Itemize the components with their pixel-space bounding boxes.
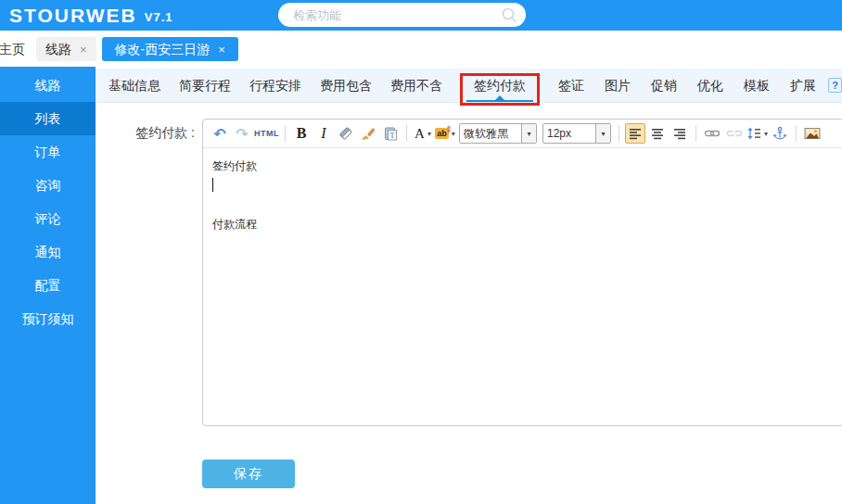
text-cursor bbox=[212, 178, 213, 192]
tab-promotion[interactable]: 促销 bbox=[641, 69, 687, 102]
wintab-edit-xian-tour[interactable]: 修改-西安三日游× bbox=[102, 37, 238, 61]
html-source-button[interactable]: HTML bbox=[254, 123, 279, 144]
paste-as-text-icon[interactable]: T bbox=[380, 123, 401, 144]
module-tab-bar: 基础信息 简要行程 行程安排 费用包含 费用不含 签约付款 签证 图片 促销 优… bbox=[96, 69, 842, 103]
sidebar-item-settings[interactable]: 配置 bbox=[0, 269, 96, 302]
toolbar-divider bbox=[285, 125, 286, 142]
chevron-down-icon: ▾ bbox=[521, 124, 536, 143]
search-icon[interactable] bbox=[501, 6, 517, 23]
richtext-editor: ↶ ↷ HTML B I T A▾ ab✎▾ 微软雅黑▾ 12p bbox=[202, 119, 842, 426]
search-input[interactable] bbox=[291, 7, 501, 23]
save-button[interactable]: 保存 bbox=[202, 460, 295, 488]
line-height-button[interactable]: ▾ bbox=[746, 123, 768, 144]
tab-brief-itinerary[interactable]: 简要行程 bbox=[170, 69, 240, 102]
global-search[interactable] bbox=[278, 3, 526, 27]
tab-label: 签约付款 bbox=[474, 78, 526, 93]
sidebar-item-orders[interactable]: 订单 bbox=[0, 135, 96, 169]
insert-image-icon[interactable] bbox=[802, 123, 823, 144]
sidebar-item-lines[interactable]: 线路 bbox=[0, 69, 96, 102]
topbar: STOURWEBV7.1 bbox=[0, 0, 842, 31]
highlight-label: ab✎ bbox=[435, 128, 449, 139]
toolbar-divider bbox=[796, 125, 797, 142]
help-icon[interactable]: ? bbox=[828, 78, 842, 93]
tab-itinerary-arrangement[interactable]: 行程安排 bbox=[240, 69, 311, 102]
editor-line: 签约付款 bbox=[212, 157, 834, 176]
align-center-button[interactable] bbox=[647, 123, 668, 144]
eraser-icon[interactable] bbox=[336, 123, 356, 144]
font-color-label: A bbox=[415, 126, 425, 142]
anchor-icon[interactable] bbox=[770, 123, 790, 144]
insert-link-icon[interactable] bbox=[702, 123, 722, 144]
highlight-color-button[interactable]: ab✎▾ bbox=[435, 123, 455, 144]
wintab-label: 修改-西安三日游 bbox=[115, 42, 210, 57]
wintab-label: 线路 bbox=[45, 42, 71, 57]
editor-toolbar: ↶ ↷ HTML B I T A▾ ab✎▾ 微软雅黑▾ 12p bbox=[203, 120, 842, 148]
tab-contract-payment[interactable]: 签约付款 bbox=[465, 69, 535, 102]
wintab-label: 主页 bbox=[0, 42, 25, 57]
chevron-down-icon: ▾ bbox=[764, 130, 768, 138]
tab-basic-info[interactable]: 基础信息 bbox=[99, 69, 170, 102]
toolbar-divider bbox=[406, 125, 407, 142]
active-tab-underline bbox=[466, 100, 533, 102]
align-left-button[interactable] bbox=[625, 123, 645, 144]
undo-icon[interactable]: ↶ bbox=[210, 123, 230, 144]
editor-content[interactable]: 签约付款 付款流程 bbox=[203, 148, 842, 243]
bold-button[interactable]: B bbox=[291, 123, 312, 144]
app-logo: STOURWEBV7.1 bbox=[9, 0, 172, 31]
tab-visa[interactable]: 签证 bbox=[548, 69, 594, 102]
sidebar-item-comments[interactable]: 评论 bbox=[0, 202, 96, 235]
svg-text:T: T bbox=[390, 132, 395, 140]
tab-images[interactable]: 图片 bbox=[594, 69, 641, 102]
format-brush-icon[interactable] bbox=[358, 123, 378, 144]
font-size-value: 12px bbox=[543, 127, 595, 140]
field-label-contract-payment: 签约付款 : bbox=[96, 123, 195, 142]
wintab-home[interactable]: 主页 bbox=[0, 37, 31, 61]
logo-text: STOURWEB bbox=[9, 5, 137, 26]
tab-fee-excluded[interactable]: 费用不含 bbox=[381, 69, 452, 102]
sidebar-item-inquiries[interactable]: 咨询 bbox=[0, 169, 96, 202]
main-content: 基础信息 简要行程 行程安排 费用包含 费用不含 签约付款 签证 图片 促销 优… bbox=[96, 67, 842, 504]
remove-link-icon[interactable] bbox=[724, 123, 745, 144]
redo-icon[interactable]: ↷ bbox=[232, 123, 252, 144]
tab-template[interactable]: 模板 bbox=[734, 69, 780, 102]
tab-fee-included[interactable]: 费用包含 bbox=[311, 69, 381, 102]
font-color-button[interactable]: A▾ bbox=[413, 123, 433, 144]
window-tab-bar: 主页 线路× 修改-西安三日游× bbox=[0, 31, 842, 67]
sidebar-item-notifications[interactable]: 通知 bbox=[0, 235, 96, 269]
sidebar: 线路 列表 订单 咨询 评论 通知 配置 预订须知 bbox=[0, 67, 96, 504]
toolbar-divider bbox=[619, 125, 619, 142]
sidebar-item-list[interactable]: 列表 bbox=[0, 102, 96, 135]
toolbar-divider bbox=[695, 125, 696, 142]
tab-seo[interactable]: 优化 bbox=[687, 69, 734, 102]
editor-empty-line bbox=[212, 195, 834, 215]
wintab-lines[interactable]: 线路× bbox=[36, 37, 96, 61]
active-tab-arrow-icon bbox=[495, 95, 504, 100]
editor-line: 付款流程 bbox=[212, 215, 834, 234]
italic-button[interactable]: I bbox=[313, 123, 334, 144]
tab-extension[interactable]: 扩展 bbox=[780, 69, 826, 102]
font-family-select[interactable]: 微软雅黑▾ bbox=[459, 123, 537, 144]
font-size-select[interactable]: 12px▾ bbox=[542, 123, 611, 144]
chevron-down-icon: ▾ bbox=[595, 124, 610, 143]
align-right-button[interactable] bbox=[670, 123, 690, 144]
app-window: STOURWEBV7.1 主页 线路× 修改-西安三日游× 线路 列表 订单 咨… bbox=[0, 0, 842, 504]
sidebar-item-booking-notes[interactable]: 预订须知 bbox=[0, 302, 96, 335]
close-icon[interactable]: × bbox=[80, 43, 87, 57]
font-family-value: 微软雅黑 bbox=[460, 126, 521, 142]
version-text: V7.1 bbox=[145, 10, 173, 24]
editor-cursor-line bbox=[212, 176, 834, 195]
chevron-down-icon: ▾ bbox=[427, 130, 431, 138]
close-icon[interactable]: × bbox=[218, 43, 225, 57]
